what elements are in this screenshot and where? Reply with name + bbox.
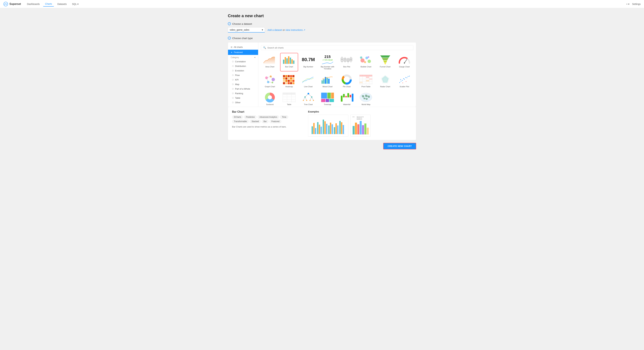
chart-item-tree[interactable]: Tree Chart: [300, 91, 317, 106]
sidebar-table[interactable]: ⬡ Table: [228, 96, 258, 100]
star-icon: ★: [231, 51, 232, 54]
chart-item-radar[interactable]: Radar Chart: [376, 73, 394, 89]
svg-rect-135: [350, 95, 351, 97]
navbar: Superset Dashboards Charts Datasets SQL …: [0, 0, 644, 8]
chart-item-graph[interactable]: Graph Chart: [261, 73, 279, 89]
chart-item-big-number-trendline[interactable]: 215 +7.0% WoW Big Number with Trendline: [319, 53, 336, 71]
example-thumb-1: [308, 115, 348, 137]
chart-label-area: Area Chart: [266, 66, 274, 68]
sidebar-map[interactable]: ⬡ Map: [228, 82, 258, 87]
svg-point-24: [368, 56, 369, 58]
chart-item-worldmap[interactable]: World Map: [357, 91, 375, 106]
nav-dashboards[interactable]: Dashboards: [25, 2, 42, 7]
view-instructions-link[interactable]: view instructions ↗: [286, 29, 306, 31]
svg-rect-51: [292, 77, 294, 80]
create-btn-row: CREATE NEW CHART: [228, 143, 416, 149]
svg-line-30: [404, 59, 407, 63]
chart-thumb-line: [302, 74, 315, 85]
chart-label-pivot: Pivot Table: [362, 86, 370, 88]
chart-item-scatter[interactable]: Scatter Plot: [396, 73, 413, 89]
svg-point-99: [402, 83, 403, 83]
sidebar-featured[interactable]: ★ Featured: [228, 50, 258, 55]
settings-button[interactable]: Settings: [632, 3, 641, 6]
chart-item-funnel[interactable]: Funnel Chart: [376, 53, 394, 71]
svg-rect-166: [364, 123, 366, 134]
svg-point-102: [268, 95, 272, 99]
svg-rect-153: [332, 124, 333, 134]
svg-point-23: [364, 61, 366, 63]
chart-tag: Featured: [270, 120, 281, 123]
svg-rect-146: [319, 125, 320, 134]
chart-thumb-graph: [263, 74, 276, 85]
chart-type-section-header: Choose chart type: [228, 37, 416, 40]
chart-item-box-plot[interactable]: Box Plot: [338, 53, 356, 71]
chart-item-waterfall[interactable]: Waterfall: [338, 91, 356, 106]
svg-point-120: [311, 96, 312, 98]
search-input[interactable]: [267, 47, 411, 49]
sidebar-flow[interactable]: ⬡ Flow: [228, 73, 258, 77]
sidebar-all-charts[interactable]: ⊞ All charts: [228, 45, 258, 50]
chart-item-big-number[interactable]: 80.7M Big Number: [300, 53, 317, 71]
sidebar-distribution[interactable]: ⬡ Distribution: [228, 64, 258, 68]
svg-text:Afghanistan 25.3%: Afghanistan 25.3%: [357, 116, 364, 117]
search-bar[interactable]: 🔍: [261, 45, 413, 50]
dataset-check-icon: [228, 22, 231, 25]
chart-label-scatter: Scatter Plot: [400, 86, 409, 88]
svg-rect-4: [288, 56, 290, 64]
sidebar-evolution[interactable]: ⬡ Evolution: [228, 68, 258, 73]
svg-point-121: [303, 100, 304, 101]
chart-label-box-plot: Box Plot: [343, 66, 350, 68]
svg-rect-66: [328, 79, 330, 84]
chart-thumb-gauge: [398, 55, 411, 65]
sidebar-part-of-whole[interactable]: ⬡ Part of a Whole: [228, 87, 258, 91]
svg-point-123: [310, 100, 310, 101]
table-icon: ⬡: [232, 97, 234, 99]
chart-sidebar: ⊞ All charts ★ Featured Category ▾ ⬡ Cor…: [228, 43, 258, 107]
chart-item-pie[interactable]: Pie Chart: [338, 73, 356, 89]
add-dataset-link[interactable]: Add a dataset: [268, 29, 282, 31]
nav-sql[interactable]: SQL ▾: [70, 2, 80, 7]
chart-item-bar[interactable]: Bar Chart: [280, 53, 298, 71]
chart-tag: ECharts: [232, 115, 243, 119]
create-new-chart-button[interactable]: CREATE NEW CHART: [383, 143, 416, 149]
svg-rect-142: [312, 126, 313, 134]
chart-item-treemap[interactable]: Treemap: [319, 91, 336, 106]
chart-description: Bar Charts are used to show metrics as a…: [232, 125, 301, 128]
chart-item-table[interactable]: Table: [280, 91, 298, 106]
chart-item-line[interactable]: Line Chart: [300, 73, 317, 89]
chart-item-mixed[interactable]: Mixed Chart: [319, 73, 336, 89]
part-of-whole-label: Part of a Whole: [235, 88, 250, 90]
sidebar-correlation[interactable]: ⬡ Correlation: [228, 59, 258, 64]
map-label: Map: [235, 83, 239, 86]
chart-thumb-waterfall: [340, 92, 354, 102]
svg-rect-59: [288, 82, 290, 84]
chart-item-bubble[interactable]: Bubble Chart: [357, 53, 375, 71]
svg-rect-50: [290, 77, 292, 80]
chart-item-pivot[interactable]: Pivot Table: [357, 73, 375, 89]
svg-point-95: [406, 77, 406, 78]
dataset-selector[interactable]: video_game_sales ▾: [228, 27, 265, 33]
chart-label-pie: Pie Chart: [343, 86, 350, 88]
chart-thumb-area: [263, 55, 276, 65]
add-button[interactable]: + ▾: [626, 3, 629, 6]
chart-label-graph: Graph Chart: [265, 86, 275, 88]
svg-rect-131: [341, 96, 342, 102]
chart-item-heatmap[interactable]: Heatmap: [280, 73, 298, 89]
chart-item-gauge[interactable]: Gauge Chart: [396, 53, 413, 71]
chart-label-tree: Tree Chart: [304, 103, 313, 105]
sidebar-ranking[interactable]: ⬡ Ranking: [228, 91, 258, 96]
svg-rect-161: [352, 126, 354, 134]
chart-item-sunburst[interactable]: Sunburst: [261, 91, 279, 106]
nav-charts[interactable]: Charts: [43, 2, 54, 7]
svg-rect-63: [323, 79, 324, 84]
svg-rect-149: [324, 121, 326, 134]
sidebar-kpi[interactable]: ⬡ KPI: [228, 77, 258, 82]
chart-item-area[interactable]: Area Chart: [261, 53, 279, 71]
svg-rect-165: [362, 125, 364, 134]
svg-marker-29: [384, 63, 386, 64]
kpi-label: KPI: [235, 79, 238, 81]
chart-thumb-treemap: [321, 92, 334, 102]
nav-datasets[interactable]: Datasets: [55, 2, 68, 7]
svg-point-89: [399, 82, 400, 83]
sidebar-other[interactable]: ⬡ Other: [228, 100, 258, 105]
